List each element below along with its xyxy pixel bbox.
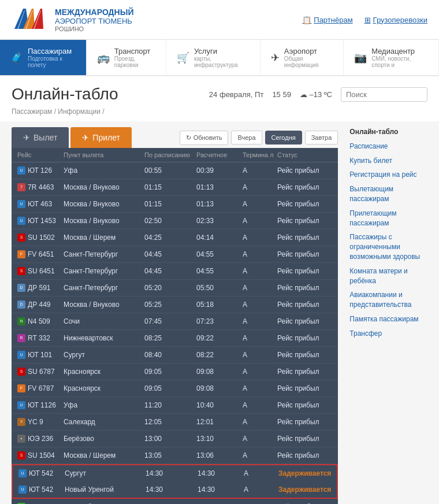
nav-transport[interactable]: 🚌 Транспорт Проезд, парковки xyxy=(87,40,166,75)
table-row[interactable]: S SU 6451 Санкт-Петербург 04:45 04:55 А … xyxy=(12,263,338,280)
flight-scheduled: 05:20 xyxy=(144,284,196,292)
table-row[interactable]: U ЮТ 101 Сургут 08:40 08:22 А Рейс прибы… xyxy=(12,347,338,364)
yesterday-button[interactable]: Вчера xyxy=(231,131,262,144)
tomorrow-button[interactable]: Завтра xyxy=(305,131,338,144)
flight-from: Салехард xyxy=(64,418,144,426)
flight-terminal: А xyxy=(244,486,278,494)
table-row[interactable]: S SU 1502 Москва / Шерем 04:25 04:14 А Р… xyxy=(12,229,338,246)
table-row[interactable]: U ЮТ 463 Москва / Внуково 01:15 01:13 А … xyxy=(12,196,338,213)
flight-from: Санкт-Петербург xyxy=(64,250,144,258)
flight-from: Красноярск xyxy=(64,368,144,376)
flight-number: S SU 6451 xyxy=(17,267,64,275)
flight-number: • ЮЭ 236 xyxy=(17,435,64,443)
flight-actual: 04:55 xyxy=(196,250,243,258)
flight-status: Рейс прибыл xyxy=(277,284,332,292)
airline-icon: • xyxy=(17,435,25,443)
airline-icon: 7 xyxy=(17,183,25,191)
table-row[interactable]: F FV 6451 Санкт-Петербург 04:45 04:55 А … xyxy=(12,246,338,263)
table-row[interactable]: 7 7R 4463 Москва / Внуково 01:15 01:13 А… xyxy=(12,179,338,196)
table-row[interactable]: S SU 6787 Красноярск 09:05 09:08 А Рейс … xyxy=(12,364,338,380)
flight-scheduled: 14:30 xyxy=(146,469,198,477)
sidebar-link-3[interactable]: Регистрация на рейс xyxy=(349,170,427,180)
flight-actual: 09:08 xyxy=(196,384,243,392)
table-row[interactable]: S S7 5351 Новосибирск 15:00 15:01 А Рейс… xyxy=(12,499,338,504)
flight-from: Уфа xyxy=(64,401,144,409)
flight-number: D ДР 449 xyxy=(17,301,64,309)
tab-depart[interactable]: ✈ Вылет xyxy=(12,127,69,148)
page-time: 15 59 xyxy=(272,90,291,99)
cargo-link[interactable]: ⊞ Грузоперевозки xyxy=(364,16,427,24)
board-content: ✈ Вылет ✈ Прилет ↻ Обновить Вчера Сегодн… xyxy=(12,127,338,504)
partners-link[interactable]: 📋 Партнёрам xyxy=(302,16,352,24)
sidebar-link-5[interactable]: Прилетающим пассажирам xyxy=(349,209,427,228)
airline-icon: U xyxy=(17,200,25,208)
airline-icon: U xyxy=(18,486,27,494)
sidebar-link-8[interactable]: Авиакомпании и представительства xyxy=(349,290,427,310)
flight-from: Сургут xyxy=(65,469,146,477)
flight-actual: 08:22 xyxy=(196,351,243,359)
flight-from: Москва / Шерем xyxy=(64,451,144,459)
logo-small: РОШИНО xyxy=(55,25,133,32)
flight-rows: U ЮТ 126 Уфа 00:55 00:39 А Рейс прибыл 7… xyxy=(12,162,338,504)
table-row[interactable]: N N4 509 Сочи 07:45 07:23 А Рейс прибыл xyxy=(12,313,338,330)
sidebar-link-0[interactable]: Онлайн-табло xyxy=(349,127,427,137)
table-row[interactable]: U ЮТ 1126 Уфа 11:20 10:40 А Рейс прибыл xyxy=(12,397,338,414)
nav-services[interactable]: 🛒 Услуги карты, инфраструктура xyxy=(166,40,261,75)
flight-terminal: А xyxy=(243,301,277,309)
table-row[interactable]: U ЮТ 126 Уфа 00:55 00:39 А Рейс прибыл xyxy=(12,162,338,179)
flight-actual: 14:30 xyxy=(198,486,244,494)
nav-airport[interactable]: ✈ Аэропорт Общая информация xyxy=(261,40,344,75)
sidebar-link-4[interactable]: Вылетающим пассажирам xyxy=(349,184,427,204)
flight-scheduled: 04:45 xyxy=(144,267,196,275)
sidebar-link-10[interactable]: Трансфер xyxy=(349,329,427,339)
refresh-button[interactable]: ↻ Обновить xyxy=(180,131,229,145)
airline-icon: U xyxy=(17,351,25,359)
flight-status: Рейс прибыл xyxy=(277,435,332,443)
flight-actual: 01:13 xyxy=(196,200,243,208)
services-icon: 🛒 xyxy=(177,51,189,64)
sidebar-link-9[interactable]: Памятка пассажирам xyxy=(349,314,427,324)
table-row[interactable]: U ЮТ 542 Новый Уренгой 14:30 14:30 А Зад… xyxy=(12,481,338,499)
table-row[interactable]: S SU 1504 Москва / Шерем 13:05 13:06 А Р… xyxy=(12,447,338,464)
flight-actual: 01:13 xyxy=(196,183,243,191)
nav-media[interactable]: 📷 Медиацентр СМИ, новости, спорти и xyxy=(344,40,439,75)
flight-status: Рейс прибыл xyxy=(277,166,332,175)
flight-number: U ЮТ 542 xyxy=(18,469,65,477)
flight-table: Рейс Пункт вылета По расписанию Расчетно… xyxy=(12,148,338,504)
search-input[interactable] xyxy=(341,87,427,102)
flight-terminal: А xyxy=(243,200,277,208)
airline-icon: F xyxy=(17,250,25,258)
today-button[interactable]: Сегодня xyxy=(265,131,302,144)
flight-status: Рейс прибыл xyxy=(277,334,332,342)
table-row[interactable]: D ДР 591 Санкт-Петербург 05:20 05:50 А Р… xyxy=(12,280,338,297)
nav-passengers[interactable]: 🧳 Пассажирам Подготовка к полету xyxy=(0,40,87,75)
flight-number: R RT 332 xyxy=(17,334,64,342)
sidebar-link-1[interactable]: Расписание xyxy=(349,142,427,151)
flight-scheduled: 14:30 xyxy=(146,486,198,494)
table-row[interactable]: R RT 332 Нижневартовск 08:25 09:22 А Рей… xyxy=(12,330,338,347)
flight-from: Уфа xyxy=(64,166,144,175)
sidebar-link-6[interactable]: Пассажиры с ограниченными возможными здо… xyxy=(349,232,427,261)
logo-title: МЕЖДУНАРОДНЫЙ xyxy=(55,8,133,17)
flight-actual: 04:14 xyxy=(196,234,243,242)
flight-status: Задерживается xyxy=(278,469,331,477)
flight-status: Рейс прибыл xyxy=(277,183,332,191)
flight-number: S SU 6787 xyxy=(17,368,64,376)
flight-number: 7 7R 4463 xyxy=(17,183,64,191)
flight-scheduled: 13:05 xyxy=(144,451,196,459)
table-row[interactable]: F FV 6787 Красноярск 09:05 09:08 А Рейс … xyxy=(12,380,338,397)
flight-from: Сургут xyxy=(64,351,144,359)
flight-terminal: А xyxy=(243,317,277,325)
sidebar-link-2[interactable]: Купить билет xyxy=(349,156,427,166)
table-row[interactable]: • ЮЭ 236 Берёзово 13:00 13:10 А Рейс при… xyxy=(12,431,338,447)
table-header: Рейс Пункт вылета По расписанию Расчетно… xyxy=(12,148,338,162)
tab-arrive[interactable]: ✈ Прилет xyxy=(70,127,132,148)
tabs-row: ✈ Вылет ✈ Прилет ↻ Обновить Вчера Сегодн… xyxy=(12,127,338,148)
table-row[interactable]: U ЮТ 542 Сургут 14:30 14:30 А Задерживае… xyxy=(12,464,338,481)
online-board-header: Онлайн-табло 24 февраля, Пт 15 59 ☁ –13 … xyxy=(0,76,439,106)
table-row[interactable]: U ЮТ 1453 Москва / Внуково 02:50 02:33 А… xyxy=(12,213,338,229)
flight-actual: 13:06 xyxy=(196,451,243,459)
table-row[interactable]: D ДР 449 Москва / Внуково 05:25 05:18 А … xyxy=(12,297,338,313)
table-row[interactable]: Y YC 9 Салехард 12:05 12:01 А Рейс прибы… xyxy=(12,414,338,431)
sidebar-link-7[interactable]: Комната матери и ребёнка xyxy=(349,266,427,286)
